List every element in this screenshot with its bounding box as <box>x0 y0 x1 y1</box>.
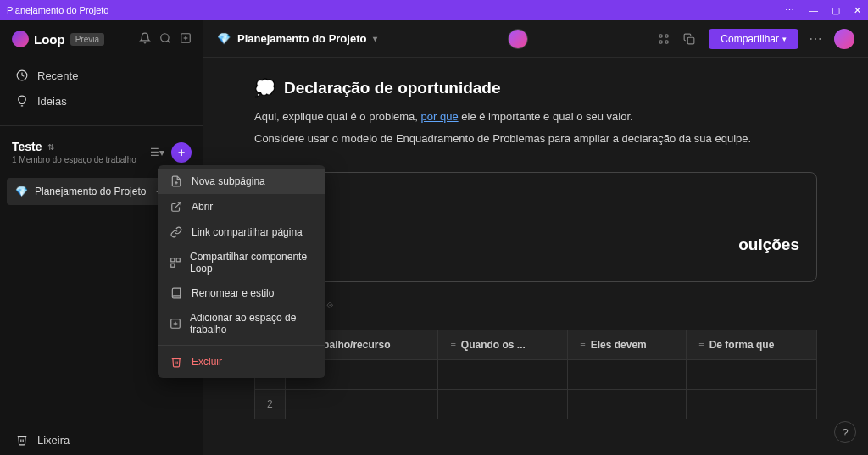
sidebar-header: Loop Prévia <box>0 20 203 58</box>
svg-rect-10 <box>688 37 695 44</box>
window-maximize-icon[interactable]: ▢ <box>832 5 840 16</box>
menu-label: Adicionar ao espaço de trabalho <box>190 312 314 336</box>
table-cell[interactable] <box>438 390 568 419</box>
menu-rename[interactable]: Renomear e estilo <box>158 280 326 306</box>
sidebar-divider <box>0 125 203 126</box>
body-line-1: Aqui, explique qual é o problema, por qu… <box>254 108 817 125</box>
list-icon: ≡ <box>580 340 585 350</box>
share-button[interactable]: Compartilhar ▾ <box>709 29 798 49</box>
component-icon <box>170 256 181 269</box>
add-page-button[interactable]: + <box>171 142 192 163</box>
svg-rect-16 <box>171 264 175 267</box>
delete-icon <box>170 355 183 369</box>
menu-delete[interactable]: Excluir <box>158 349 326 375</box>
row-number: 2 <box>255 390 286 419</box>
body-line-2: Considere usar o modelo de Enquadramento… <box>254 130 817 147</box>
user-avatar[interactable] <box>834 29 854 49</box>
svg-rect-14 <box>171 258 175 262</box>
window-close-icon[interactable]: ✕ <box>854 5 861 16</box>
loop-logo-icon <box>12 31 29 47</box>
nav-recent-label: Recente <box>37 69 78 82</box>
app-logo: Loop Prévia <box>12 31 104 47</box>
apps-icon[interactable] <box>658 31 673 47</box>
section-heading: 💭 Declaração de oportunidade <box>254 78 817 98</box>
menu-new-subpage[interactable]: Nova subpágina <box>158 169 326 194</box>
workspace-icon <box>170 317 181 330</box>
svg-point-8 <box>659 40 663 43</box>
tool-icon[interactable]: ⟐ <box>326 297 333 311</box>
help-button[interactable]: ? <box>834 421 856 443</box>
assignments-table: ≡Trabalho/recurso ≡Quando os ... ≡Eles d… <box>254 330 817 419</box>
svg-point-0 <box>161 33 169 41</box>
workspace-subtitle: 1 Membro do espaço de trabalho <box>12 155 136 164</box>
col-header-3[interactable]: ≡De forma que <box>687 330 817 360</box>
sidebar-nav: Recente Ideias <box>0 58 203 119</box>
table-cell[interactable] <box>285 390 438 419</box>
workspace-title[interactable]: Teste <box>12 140 42 153</box>
diamond-icon: 💎 <box>217 32 231 45</box>
preview-badge: Prévia <box>70 33 104 46</box>
notifications-icon[interactable] <box>139 32 151 47</box>
new-page-icon <box>170 175 183 188</box>
nav-ideas-label: Ideias <box>37 95 67 108</box>
nav-ideas[interactable]: Ideias <box>0 88 203 114</box>
page-item-label: Planejamento do Projeto <box>35 186 148 197</box>
window-controls: ⋯ — ▢ ✕ <box>785 5 861 16</box>
window-minimize-icon[interactable]: — <box>809 5 818 15</box>
svg-point-9 <box>665 40 669 43</box>
menu-label: Link compartilhar página <box>192 226 303 238</box>
why-link[interactable]: por que <box>421 110 459 123</box>
add-icon[interactable] <box>180 32 192 47</box>
open-icon <box>170 200 183 214</box>
svg-line-13 <box>175 203 181 208</box>
col-header-1[interactable]: ≡Quando os ... <box>438 330 568 360</box>
partial-heading: ouições <box>738 236 799 254</box>
menu-open[interactable]: Abrir <box>158 194 326 219</box>
table-cell[interactable] <box>568 390 687 419</box>
nav-trash[interactable]: Lixeira <box>15 433 188 447</box>
window-more-icon[interactable]: ⋯ <box>785 5 795 16</box>
menu-share-link[interactable]: Link compartilhar página <box>158 219 326 245</box>
svg-line-1 <box>168 40 170 42</box>
menu-label: Excluir <box>192 356 222 368</box>
more-icon[interactable]: ⋯ <box>809 31 824 47</box>
share-button-label: Compartilhar <box>721 33 779 45</box>
list-icon: ≡ <box>450 340 455 350</box>
menu-label: Nova subpágina <box>192 175 265 187</box>
workspace-expand-icon[interactable]: ⇅ <box>47 142 54 152</box>
chevron-down-icon: ▾ <box>782 35 787 43</box>
table-cell[interactable] <box>687 390 817 419</box>
table-cell[interactable] <box>687 360 817 390</box>
filter-icon[interactable]: ☰▾ <box>150 147 164 158</box>
table-cell[interactable] <box>438 360 568 390</box>
menu-share-component[interactable]: Compartilhar componente Loop <box>158 245 326 280</box>
search-icon[interactable] <box>159 32 171 47</box>
window-title: Planejamento do Projeto <box>7 5 108 15</box>
rename-icon <box>170 286 183 300</box>
context-menu: Nova subpágina Abrir Link compartilhar p… <box>158 165 326 378</box>
menu-label: Abrir <box>192 201 213 213</box>
table-cell[interactable] <box>568 360 687 390</box>
presence-avatar[interactable] <box>508 29 528 49</box>
callout-box[interactable]: ouições <box>254 172 817 282</box>
list-icon: ≡ <box>698 340 704 350</box>
breadcrumb[interactable]: 💎 Planejamento do Projeto ▾ <box>217 32 377 45</box>
window-titlebar: Planejamento do Projeto ⋯ — ▢ ✕ <box>0 0 868 20</box>
table-row[interactable]: 1 <box>255 360 817 390</box>
app-name: Loop <box>34 32 65 47</box>
clock-icon <box>15 69 29 82</box>
lightbulb-icon <box>15 94 29 108</box>
table-row[interactable]: 2 <box>255 390 817 419</box>
main-header: 💎 Planejamento do Projeto ▾ Compartilhar… <box>203 20 868 58</box>
menu-label: Renomear e estilo <box>192 287 274 299</box>
menu-divider <box>158 345 326 346</box>
col-header-2[interactable]: ≡Eles devem <box>568 330 687 360</box>
menu-add-workspace[interactable]: Adicionar ao espaço de trabalho <box>158 306 326 341</box>
copy-icon[interactable] <box>683 31 698 47</box>
nav-recent[interactable]: Recente <box>0 63 203 88</box>
section-title: Declaração de oportunidade <box>284 79 501 97</box>
trash-icon <box>15 433 29 447</box>
thought-emoji-icon: 💭 <box>254 78 275 98</box>
link-icon <box>170 225 183 239</box>
table-toolbar: ⠿ ↓↑ ⚟ ⟐ <box>254 291 817 318</box>
